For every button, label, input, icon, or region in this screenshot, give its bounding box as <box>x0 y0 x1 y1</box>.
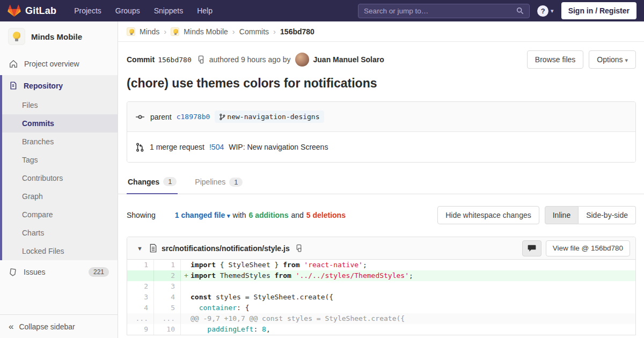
deletions-count: 5 deletions <box>306 211 346 219</box>
sidebar-item-branches[interactable]: Branches <box>2 133 118 151</box>
merge-request-row: 1 merge request !504 WIP: New navigation… <box>127 132 635 162</box>
old-line-number[interactable]: ... <box>127 313 154 324</box>
gitlab-logo[interactable]: GitLab <box>8 4 56 18</box>
old-line-number[interactable]: 4 <box>127 303 154 313</box>
nav-link-help[interactable]: Help <box>191 3 218 18</box>
and-label: and <box>291 211 303 219</box>
breadcrumb-link-minds-mobile[interactable]: Minds Mobile <box>184 27 228 36</box>
old-line-number[interactable]: 2 <box>127 281 154 292</box>
breadcrumb-avatar <box>171 27 179 36</box>
commit-icon <box>135 112 145 122</box>
nav-link-groups[interactable]: Groups <box>109 3 146 18</box>
help-icon[interactable]: ? <box>537 5 548 17</box>
sidebar-item-charts[interactable]: Charts <box>2 224 118 242</box>
changed-files-dropdown[interactable]: 1 changed file ▾ <box>158 202 230 228</box>
commit-header: Commit 156bd780 authored 9 hours ago by … <box>118 42 644 69</box>
diff-file-header: ▼ src/notifications/notification/style.j… <box>127 237 635 260</box>
sidebar-project-header[interactable]: Minds Mobile <box>0 21 118 53</box>
breadcrumb-current: 156bd780 <box>280 27 314 36</box>
diff-code-line: +import ThemedStyles from '../../styles/… <box>181 270 635 281</box>
diff-file-card: ▼ src/notifications/notification/style.j… <box>127 237 636 335</box>
parent-row: parent c18978b0 new-navigation-designs <box>127 102 635 132</box>
diff-code-line: paddingLeft: 8, <box>181 324 635 335</box>
sidebar-item-commits[interactable]: Commits <box>2 114 118 133</box>
branch-name: new-navigation-designs <box>227 113 319 121</box>
diff-add-sign: + <box>184 270 188 281</box>
breadcrumb-separator-icon: › <box>273 27 276 36</box>
new-line-number[interactable]: 10 <box>154 324 181 335</box>
tab-changes[interactable]: Changes1 <box>127 171 178 194</box>
collapse-sidebar-label: Collapse sidebar <box>19 322 75 331</box>
sidebar-item-project-overview[interactable]: Project overview <box>0 53 118 75</box>
old-line-number[interactable]: 1 <box>127 260 154 270</box>
diff-code-line: import { StyleSheet } from 'react-native… <box>181 260 635 270</box>
sidebar-repository-subitems: FilesCommitsBranchesTagsContributorsGrap… <box>2 96 118 260</box>
sidebar-item-locked-files[interactable]: Locked Files <box>2 242 118 260</box>
tab-pipelines[interactable]: Pipelines1 <box>194 171 244 194</box>
breadcrumb-link-minds[interactable]: Minds <box>140 27 159 36</box>
old-line-number[interactable] <box>127 270 154 281</box>
old-line-number[interactable]: 3 <box>127 292 154 303</box>
comment-icon <box>528 245 536 252</box>
diff-code-line <box>181 281 635 292</box>
collapse-file-chevron-icon[interactable]: ▼ <box>137 245 143 252</box>
sidebar-item-label: Project overview <box>24 60 79 68</box>
file-path[interactable]: src/notifications/notification/style.js <box>162 244 290 253</box>
search-input[interactable]: Search or jump to… <box>358 4 530 18</box>
diff-code-line: @@ -9,7 +10,7 @@ const styles = StyleShe… <box>181 313 635 324</box>
branch-chip[interactable]: new-navigation-designs <box>215 111 324 123</box>
sidebar-item-files[interactable]: Files <box>2 96 118 114</box>
old-line-number[interactable]: 9 <box>127 324 154 335</box>
logo-text: GitLab <box>25 5 56 17</box>
diff-summary: Showing 1 changed file ▾ with 6 addition… <box>118 194 644 234</box>
help-menu[interactable]: ? ▾ <box>537 5 554 17</box>
new-line-number[interactable]: 3 <box>154 281 181 292</box>
sign-in-register-button[interactable]: Sign in / Register <box>561 2 636 19</box>
author-name[interactable]: Juan Manuel Solaro <box>313 55 384 64</box>
side-by-side-view-button[interactable]: Side-by-side <box>579 206 636 224</box>
lightbulb-icon <box>127 28 135 35</box>
merge-request-link[interactable]: !504 <box>209 143 224 151</box>
hide-whitespace-button[interactable]: Hide whitespace changes <box>437 206 539 224</box>
search-icon[interactable] <box>516 7 524 14</box>
sidebar-item-graph[interactable]: Graph <box>2 187 118 205</box>
diff-row: 2+import ThemedStyles from '../../styles… <box>127 270 635 281</box>
new-line-number[interactable]: ... <box>154 313 181 324</box>
with-label: with <box>233 211 246 219</box>
issues-count-badge: 221 <box>89 267 109 277</box>
collapse-sidebar-button[interactable]: « Collapse sidebar <box>0 314 118 338</box>
sidebar-item-repository[interactable]: Repository <box>2 75 118 96</box>
sidebar-item-issues[interactable]: Issues 221 <box>0 260 118 284</box>
new-line-number[interactable]: 2 <box>154 270 181 281</box>
view-file-button[interactable]: View file @ 156bd780 <box>546 240 630 256</box>
copy-sha-button[interactable] <box>196 55 206 64</box>
commit-info-box: parent c18978b0 new-navigation-designs <box>127 101 636 163</box>
new-line-number[interactable]: 4 <box>154 292 181 303</box>
sidebar-item-label: Repository <box>24 82 63 90</box>
browse-files-button[interactable]: Browse files <box>527 50 583 69</box>
sidebar-item-compare[interactable]: Compare <box>2 205 118 224</box>
options-dropdown-button[interactable]: Options ▾ <box>589 50 636 69</box>
nav-link-projects[interactable]: Projects <box>68 3 107 18</box>
diff-row: ......@@ -9,7 +10,7 @@ const styles = St… <box>127 313 635 324</box>
breadcrumb-separator-icon: › <box>164 27 166 36</box>
breadcrumb-avatar <box>127 27 135 36</box>
tab-count-badge: 1 <box>163 177 177 186</box>
inline-view-button[interactable]: Inline <box>545 206 579 224</box>
toggle-comments-button[interactable] <box>522 240 541 256</box>
sidebar-item-contributors[interactable]: Contributors <box>2 169 118 187</box>
parent-sha-link[interactable]: c18978b0 <box>177 113 210 121</box>
branch-icon <box>219 113 225 121</box>
project-name: Minds Mobile <box>31 32 82 41</box>
new-line-number[interactable]: 1 <box>154 260 181 270</box>
copy-file-path-button[interactable] <box>294 244 304 252</box>
sidebar-item-tags[interactable]: Tags <box>2 151 118 169</box>
nav-link-snippets[interactable]: Snippets <box>148 3 189 18</box>
issues-icon <box>9 268 18 277</box>
new-line-number[interactable]: 5 <box>154 303 181 313</box>
view-mode-group: Inline Side-by-side <box>545 206 636 224</box>
author-avatar[interactable] <box>295 53 309 67</box>
breadcrumb-link-commits[interactable]: Commits <box>239 27 269 36</box>
tabs-bar: Changes1Pipelines1 <box>118 171 644 194</box>
diff-row: 34const styles = StyleSheet.create({ <box>127 292 635 303</box>
